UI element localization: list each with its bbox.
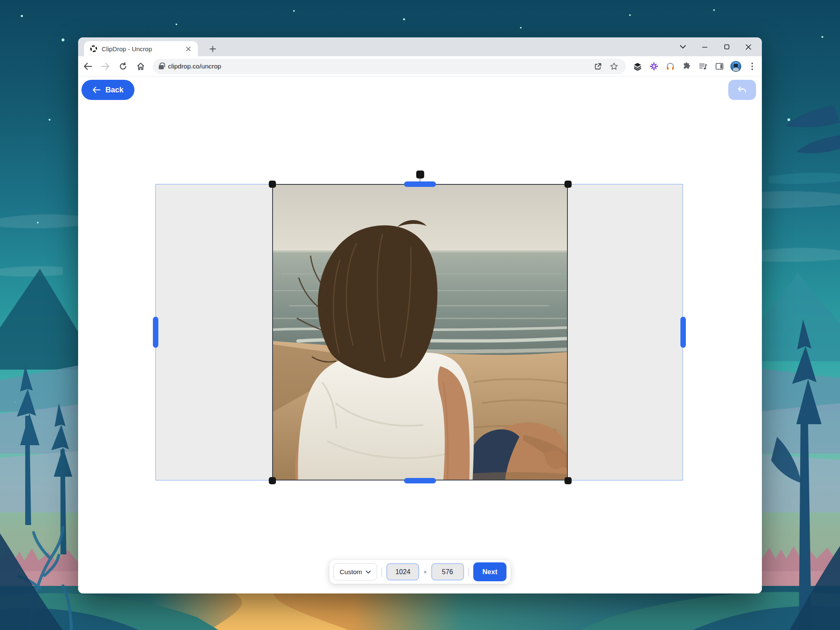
back-button[interactable]: Back <box>81 80 134 100</box>
address-bar[interactable]: clipdrop.co/uncrop <box>153 59 626 74</box>
window-controls <box>672 37 759 56</box>
resize-handle-bottom[interactable] <box>404 478 436 483</box>
back-button-label: Back <box>105 86 123 94</box>
tab-close-button[interactable] <box>184 44 193 53</box>
reload-icon <box>119 62 127 71</box>
uncrop-source-image[interactable] <box>272 184 568 480</box>
headphones-icon <box>666 62 675 71</box>
extensions-area <box>631 60 759 73</box>
tab-strip: ClipDrop - Uncrop <box>78 37 762 56</box>
close-icon <box>186 47 191 51</box>
height-input[interactable] <box>431 563 464 580</box>
plus-icon <box>210 46 216 52</box>
browser-window: ClipDrop - Uncrop <box>78 37 762 593</box>
undo-icon <box>737 86 747 94</box>
browser-menu-button[interactable] <box>746 60 759 73</box>
minimize-icon <box>702 44 708 50</box>
clipdrop-favicon <box>90 45 97 52</box>
width-input[interactable] <box>386 563 419 580</box>
home-button[interactable] <box>133 58 149 74</box>
resize-handle-right[interactable] <box>680 317 686 348</box>
tab-search-button[interactable] <box>672 37 694 56</box>
browser-tab[interactable]: ClipDrop - Uncrop <box>84 41 198 56</box>
avatar-image <box>730 60 742 72</box>
star-icon <box>610 62 618 71</box>
side-panel-button[interactable] <box>713 60 726 73</box>
lock-icon[interactable] <box>159 65 164 69</box>
beach-photo <box>273 185 567 480</box>
aspect-preset-select[interactable]: Custom <box>333 563 377 580</box>
puzzle-icon <box>682 62 691 71</box>
mandala-icon <box>649 62 659 71</box>
kebab-menu-icon <box>751 62 753 71</box>
extensions-menu-button[interactable] <box>680 60 693 73</box>
image-corner-handle-top-right[interactable] <box>564 181 572 188</box>
profile-avatar[interactable] <box>729 60 743 73</box>
stack-extension-button[interactable] <box>631 60 644 73</box>
playlist-extension-button[interactable] <box>696 60 710 73</box>
mandala-extension-button[interactable] <box>647 60 661 73</box>
multiply-sign: × <box>423 569 427 575</box>
arrow-right-icon <box>101 63 110 70</box>
clipdrop-uncrop-page: Back <box>78 76 762 593</box>
home-icon <box>136 62 145 71</box>
arrow-left-icon <box>92 87 100 93</box>
chevron-down-icon <box>366 570 371 574</box>
image-corner-handle-bottom-left[interactable] <box>269 477 276 484</box>
next-button[interactable]: Next <box>473 562 507 581</box>
layers-icon <box>633 62 642 71</box>
toolbar-divider <box>468 567 469 577</box>
playlist-music-icon <box>698 62 708 71</box>
side-panel-icon <box>715 62 724 71</box>
back-nav-button[interactable] <box>80 58 96 74</box>
minimize-button[interactable] <box>694 37 716 56</box>
headphones-extension-button[interactable] <box>664 60 677 73</box>
close-window-button[interactable] <box>738 37 759 56</box>
url-text[interactable]: clipdrop.co/uncrop <box>168 63 591 70</box>
new-tab-button[interactable] <box>206 42 219 55</box>
image-corner-handle-top-left[interactable] <box>269 181 276 188</box>
undo-button[interactable] <box>728 80 756 100</box>
close-icon <box>746 44 751 50</box>
tab-title: ClipDrop - Uncrop <box>102 45 184 52</box>
reload-button[interactable] <box>115 58 131 74</box>
arrow-left-icon <box>84 63 92 70</box>
maximize-button[interactable] <box>716 37 738 56</box>
toolbar-divider <box>381 567 382 577</box>
share-button[interactable] <box>591 60 605 73</box>
size-toolbar: Custom × Next <box>329 560 511 584</box>
bookmark-button[interactable] <box>607 60 621 73</box>
resize-handle-left[interactable] <box>153 317 158 348</box>
image-corner-handle-bottom-right[interactable] <box>564 477 572 484</box>
chevron-down-icon <box>680 45 686 49</box>
resize-handle-top[interactable] <box>404 181 436 187</box>
forward-nav-button[interactable] <box>97 58 113 74</box>
maximize-icon <box>724 44 730 50</box>
share-icon <box>594 62 602 71</box>
rotate-handle[interactable] <box>416 171 424 178</box>
aspect-preset-label: Custom <box>340 568 362 576</box>
browser-toolbar: clipdrop.co/uncrop <box>78 56 762 76</box>
